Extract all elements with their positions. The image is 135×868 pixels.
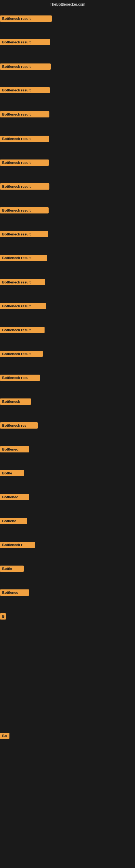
bottleneck-row: Bottleneck resu <box>0 375 135 398</box>
site-header: TheBottlenecker.com <box>0 0 135 8</box>
bottleneck-label[interactable]: B <box>0 613 6 620</box>
bottleneck-row: Bottlenec <box>0 446 135 469</box>
bottleneck-label[interactable]: Bottleneck res <box>0 422 38 429</box>
bottleneck-label[interactable]: Bottleneck result <box>0 255 47 261</box>
bottleneck-row: Bo <box>0 733 135 756</box>
bottleneck-label[interactable]: Bottleneck result <box>0 351 43 357</box>
bottleneck-label[interactable]: Bottleneck resu <box>0 375 40 381</box>
bottleneck-row: Bottleneck result <box>0 351 135 374</box>
bottleneck-label[interactable]: Bottlenec <box>0 446 29 453</box>
bottleneck-label[interactable]: Bottleneck result <box>0 183 49 190</box>
bottleneck-row: Bottleneck <box>0 399 135 422</box>
bottleneck-row: Bottleneck result <box>0 16 135 38</box>
bottleneck-row: Bottleneck result <box>0 207 135 230</box>
bottleneck-row: Bottlene <box>0 518 135 541</box>
bottleneck-label[interactable]: Bottleneck result <box>0 279 45 285</box>
bottleneck-row: Bottleneck result <box>0 231 135 254</box>
bottleneck-label[interactable]: Bottlenec <box>0 494 29 500</box>
bottleneck-row: Bottleneck result <box>0 183 135 207</box>
bottleneck-label[interactable]: Bottleneck result <box>0 63 51 70</box>
bottleneck-row: Bottlenec <box>0 494 135 517</box>
bottleneck-label[interactable]: Bottleneck result <box>0 303 46 309</box>
bottleneck-label[interactable]: Bottleneck result <box>0 39 50 45</box>
bottleneck-row: Bottleneck result <box>0 111 135 134</box>
bottleneck-row: Bottlenec <box>0 589 135 613</box>
bottleneck-label[interactable]: Bottle <box>0 470 24 476</box>
bottleneck-label[interactable]: Bo <box>0 733 9 739</box>
bottleneck-label[interactable]: Bottleneck result <box>0 231 48 237</box>
bottleneck-row: Bottleneck r <box>0 542 135 565</box>
bottleneck-row: Bottleneck result <box>0 135 135 159</box>
bottleneck-label[interactable]: Bottleneck <box>0 399 31 405</box>
bottleneck-row: Bottle <box>0 565 135 589</box>
bottleneck-row: Bottleneck result <box>0 255 135 278</box>
bottleneck-label[interactable]: Bottleneck result <box>0 111 49 118</box>
bottleneck-label[interactable]: Bottlene <box>0 518 27 524</box>
bottleneck-row: Bottleneck result <box>0 63 135 87</box>
bottleneck-row: Bottleneck res <box>0 422 135 445</box>
bottleneck-row: Bottle <box>0 470 135 493</box>
bottleneck-row: Bottleneck result <box>0 39 135 62</box>
bottleneck-row: Bottleneck result <box>0 327 135 350</box>
bottleneck-row: Bottleneck result <box>0 303 135 326</box>
bottleneck-label[interactable]: Bottleneck r <box>0 542 35 548</box>
bottleneck-label[interactable]: Bottle <box>0 565 24 572</box>
bottleneck-row: Bottleneck result <box>0 279 135 302</box>
bottleneck-label[interactable]: Bottleneck result <box>0 207 49 214</box>
bottleneck-label[interactable]: Bottlenec <box>0 589 29 596</box>
site-title: TheBottlenecker.com <box>50 2 85 6</box>
bottleneck-label[interactable]: Bottleneck result <box>0 135 49 142</box>
bottleneck-row: B <box>0 613 135 637</box>
bottleneck-label[interactable]: Bottleneck result <box>0 327 45 333</box>
bottleneck-row: Bottleneck result <box>0 159 135 183</box>
bottleneck-row: Bottleneck result <box>0 87 135 110</box>
bottleneck-label[interactable]: Bottleneck result <box>0 159 49 166</box>
bottleneck-label[interactable]: Bottleneck result <box>0 87 50 93</box>
bottleneck-label[interactable]: Bottleneck result <box>0 16 52 22</box>
